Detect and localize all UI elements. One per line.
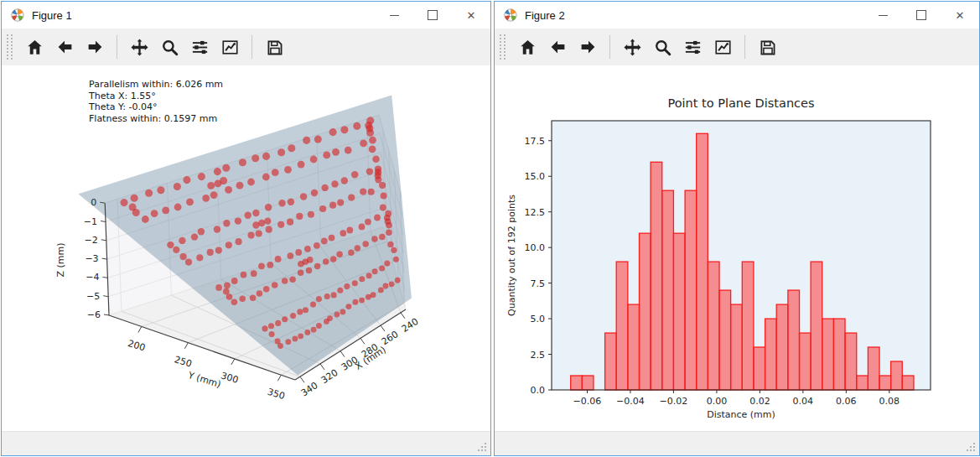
- toolbar-forward-button[interactable]: [573, 33, 602, 61]
- toolbar-separator: [609, 35, 610, 59]
- home-icon: [25, 38, 44, 57]
- figure2-statusbar: [495, 431, 979, 455]
- svg-text:7.5: 7.5: [531, 278, 546, 289]
- zoom-icon: [653, 38, 672, 57]
- toolbar-zoom-button[interactable]: [155, 33, 184, 61]
- svg-text:320: 320: [319, 367, 340, 386]
- pan-icon: [623, 38, 642, 57]
- svg-text:−4: −4: [86, 272, 99, 283]
- matplotlib-logo-icon: [504, 8, 517, 22]
- svg-text:300: 300: [220, 370, 240, 386]
- figure1-toolbar: [2, 29, 490, 65]
- back-icon: [548, 38, 568, 57]
- svg-text:0: 0: [91, 197, 96, 208]
- svg-text:0.04: 0.04: [793, 396, 814, 407]
- toolbar-save-button[interactable]: [753, 33, 781, 61]
- toolbar-customize-button[interactable]: [708, 33, 737, 61]
- window-title: Figure 1: [32, 9, 72, 22]
- home-icon: [518, 38, 537, 57]
- toolbar-back-button[interactable]: [50, 33, 79, 61]
- figure1-titlebar[interactable]: Figure 1 ✕: [2, 2, 490, 29]
- svg-text:0.06: 0.06: [836, 396, 857, 407]
- forward-icon: [86, 38, 105, 57]
- close-button[interactable]: ✕: [452, 2, 490, 29]
- back-icon: [55, 38, 75, 57]
- histogram-plot: −0.06−0.04−0.020.000.020.040.060.080.02.…: [495, 65, 977, 432]
- figure2-toolbar: [495, 29, 979, 65]
- forward-icon: [578, 38, 598, 57]
- svg-text:340: 340: [299, 380, 320, 398]
- svg-text:0.08: 0.08: [879, 396, 900, 407]
- figure2-canvas[interactable]: −0.06−0.04−0.020.000.020.040.060.080.02.…: [495, 65, 979, 431]
- svg-text:−1: −1: [84, 216, 97, 227]
- toolbar-separator: [251, 35, 252, 59]
- svg-text:−6: −6: [87, 309, 101, 320]
- svg-text:15.0: 15.0: [525, 171, 546, 182]
- resize-grip[interactable]: [966, 442, 977, 453]
- maximize-button[interactable]: [413, 2, 452, 29]
- minimize-button[interactable]: [375, 2, 413, 29]
- figure2-window: Figure 2 ✕ −0.06−0.04−0.020.000.020.040.…: [494, 1, 980, 456]
- close-icon: ✕: [467, 10, 476, 21]
- svg-text:2.5: 2.5: [531, 350, 546, 361]
- toolbar-forward-button[interactable]: [80, 33, 109, 61]
- svg-text:260: 260: [380, 329, 401, 347]
- close-button[interactable]: ✕: [941, 2, 979, 29]
- figure1-statusbar: [2, 431, 490, 455]
- minimize-icon: [879, 15, 888, 16]
- pan-icon: [130, 38, 149, 57]
- figure2-titlebar[interactable]: Figure 2 ✕: [495, 2, 979, 29]
- maximize-button[interactable]: [902, 2, 941, 29]
- maximize-icon: [428, 10, 438, 20]
- svg-text:0.02: 0.02: [749, 396, 770, 407]
- matplotlib-logo-icon: [11, 8, 24, 22]
- subplots-icon: [683, 38, 703, 57]
- 3d-scatter-plot: 2002503003502402602803003203400−1−2−3−4−…: [2, 65, 489, 432]
- svg-text:−2: −2: [85, 235, 98, 246]
- toolbar-pan-button[interactable]: [618, 33, 646, 61]
- svg-text:−0.06: −0.06: [573, 396, 602, 407]
- customize-icon: [713, 38, 733, 57]
- svg-text:−0.02: −0.02: [660, 396, 688, 407]
- svg-text:−3: −3: [85, 253, 98, 264]
- maximize-icon: [916, 10, 926, 20]
- zoom-icon: [160, 38, 179, 57]
- toolbar-separator: [744, 35, 745, 59]
- save-icon: [758, 38, 777, 57]
- subplots-icon: [190, 38, 210, 57]
- svg-text:12.5: 12.5: [525, 207, 546, 218]
- plane-fit-annotation: Parallelism within: 6.026 mm Theta X: 1.…: [89, 79, 223, 124]
- figure1-window: Figure 1 ✕ 20025030035024026028030032034…: [1, 1, 491, 456]
- toolbar-zoom-button[interactable]: [648, 33, 677, 61]
- svg-text:Point to Plane Distances: Point to Plane Distances: [667, 96, 814, 110]
- figure1-canvas[interactable]: 2002503003502402602803003203400−1−2−3−4−…: [2, 65, 490, 431]
- svg-text:10.0: 10.0: [525, 242, 546, 253]
- toolbar-drag-handle[interactable]: [500, 34, 506, 60]
- svg-text:5.0: 5.0: [531, 314, 546, 325]
- svg-text:350: 350: [266, 387, 286, 402]
- toolbar-subplots-button[interactable]: [678, 33, 707, 61]
- toolbar-save-button[interactable]: [260, 33, 288, 61]
- annotation-line: Parallelism within: 6.026 mm: [89, 79, 223, 91]
- toolbar-back-button[interactable]: [543, 33, 572, 61]
- minimize-button[interactable]: [863, 2, 902, 29]
- svg-text:240: 240: [400, 316, 421, 335]
- svg-text:−5: −5: [86, 291, 100, 302]
- toolbar-home-button[interactable]: [513, 33, 542, 61]
- svg-text:Distance (mm): Distance (mm): [707, 409, 775, 420]
- resize-grip[interactable]: [477, 442, 488, 453]
- toolbar-home-button[interactable]: [20, 33, 49, 61]
- toolbar-subplots-button[interactable]: [185, 33, 214, 61]
- toolbar-separator: [117, 35, 117, 59]
- svg-text:−0.04: −0.04: [616, 396, 645, 407]
- annotation-line: Flatness within: 0.1597 mm: [89, 113, 223, 125]
- annotation-line: Theta Y: -0.04°: [89, 101, 223, 113]
- svg-text:200: 200: [127, 338, 147, 354]
- svg-text:17.5: 17.5: [525, 136, 546, 147]
- toolbar-pan-button[interactable]: [125, 33, 153, 61]
- minimize-icon: [390, 15, 399, 16]
- toolbar-drag-handle[interactable]: [7, 34, 13, 60]
- svg-text:0.00: 0.00: [707, 396, 728, 407]
- window-title: Figure 2: [525, 9, 565, 22]
- toolbar-customize-button[interactable]: [215, 33, 244, 61]
